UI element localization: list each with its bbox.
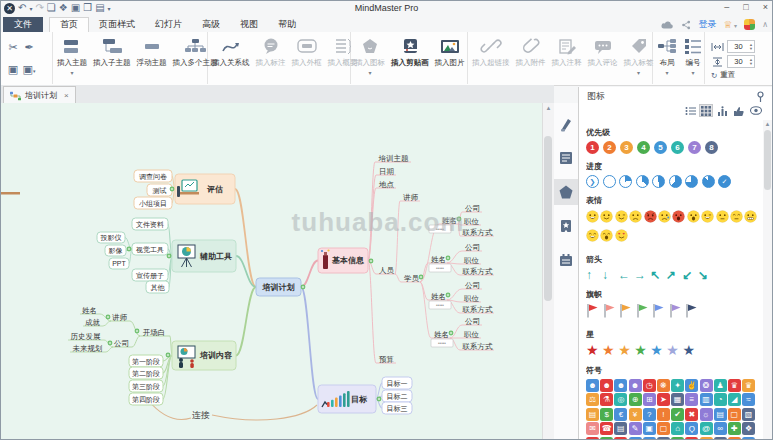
symbol-user-check-icon[interactable]: ☻ [614,379,627,392]
collapse-dot-icon[interactable] [449,331,454,336]
mindmap-node-n3c[interactable]: 联系方式 [462,305,494,314]
panel-scrollbar[interactable]: ▲ [763,120,772,440]
mindmap-node-f3[interactable]: 宣传册子 [132,269,168,281]
symbol-user-icon[interactable]: ☻ [586,379,599,392]
symbol-stop-icon[interactable]: ■ [629,437,642,440]
floating-topic-button[interactable]: 浮动主题 [134,36,170,68]
emoji-icon-1[interactable] [600,209,613,227]
mindmap-node-n2[interactable]: 姓名 [431,255,446,264]
star-icon-1[interactable]: ★ [602,343,615,358]
panel-tab-clipart[interactable] [554,213,578,239]
mindmap-node-p1[interactable]: 讲师 [403,193,419,202]
format-painter-icon[interactable]: ✒ [24,41,33,54]
paste-icon[interactable]: ▣▾ [23,63,36,76]
symbol-phone-icon[interactable]: ☎ [600,422,613,435]
mindmap-node-g2[interactable]: 目标二 [382,390,412,402]
flag-icon-6[interactable] [685,303,697,322]
collapse-ribbon-icon[interactable]: ∧ [762,20,768,29]
progress-icon-8[interactable]: ✓ [718,175,731,188]
insert-tag-dropdown-icon[interactable]: ▾ [637,69,640,76]
emoji-icon-14[interactable]: ♥♥ [615,228,628,246]
progress-icon-1[interactable] [603,175,616,188]
insert-callout-button[interactable]: 插入标注 [253,36,289,68]
mindmap-node-c[interactable]: 培训计划 [256,278,301,296]
insert-boundary-button[interactable]: 插入外框 [289,36,325,68]
progress-icon-2[interactable] [619,175,632,188]
insert-icon-dropdown-icon[interactable]: ▾ [368,69,371,76]
mindmap-node-n2b[interactable]: 职位 [464,256,480,265]
symbol-question-icon[interactable]: ? [643,408,656,421]
collapse-dot-icon[interactable] [127,247,132,252]
flag-icon-5[interactable] [669,303,681,322]
community-pinwheel-icon[interactable] [744,19,755,30]
arrow-↓-icon[interactable]: ↓ [602,268,616,282]
mindmap-node-f4[interactable]: 其他 [146,281,169,293]
emoji-icon-12[interactable] [586,228,599,246]
ribbon-tab-帮助[interactable]: 帮助 [268,17,306,32]
ribbon-tab-幻灯片[interactable]: 幻灯片 [145,17,192,32]
mindmap-canvas[interactable]: 连接培训计划评估调查问卷测试小组项目辅助工具文件资料视觉工具投影仪影像PPT宣传… [1,103,542,440]
symbol-grid-icon[interactable]: ❖ [742,422,755,435]
insert-topic-dropdown-icon[interactable]: ▾ [70,69,73,76]
panel-tab-style[interactable] [554,111,578,137]
ribbon-tab-视图[interactable]: 视图 [230,17,268,32]
mindmap-node-n4[interactable]: 姓名 [434,330,449,339]
mindmap-node-f2[interactable]: 视觉工具 [132,243,168,255]
collapse-dot-icon[interactable] [108,341,113,346]
visibility-icon[interactable] [749,104,763,117]
emoji-icon-6[interactable] [672,209,685,227]
insert-relationship-button[interactable]: 插入关系线 [209,36,253,68]
symbol-bulb-icon[interactable]: ☼ [700,408,713,421]
arrow-↖-icon[interactable]: ↖ [650,268,664,282]
mindmap-node-n1a[interactable]: 公司 [465,204,480,213]
symbol-rocket-icon[interactable]: ➤ [657,393,670,406]
mindmap-node-s1[interactable]: 第一阶段 [129,355,163,367]
insert-clipart-button[interactable]: 插入剪贴画 [388,36,432,68]
star-icon-2[interactable]: ★ [618,343,631,358]
symbol-kettlebell-icon[interactable]: ♟ [714,379,727,392]
cut-icon[interactable]: ✂ [8,41,17,54]
emoji-icon-11[interactable] [744,209,757,227]
collapse-dot-icon[interactable] [446,293,451,298]
collapse-dot-icon[interactable] [377,397,382,402]
insert-attachment-button[interactable]: 插入附件 [513,36,549,68]
mindmap-node-b3[interactable]: 地点 [378,180,395,189]
mindmap-node-b2[interactable]: 日期 [379,167,394,176]
emoji-icon-2[interactable] [615,209,628,227]
symbol-medal-icon[interactable]: ❂ [700,379,713,392]
progress-icon-4[interactable] [652,175,665,188]
collapse-dot-icon[interactable] [301,285,306,290]
login-link[interactable]: 登录 [698,18,716,31]
mindmap-node-f2b[interactable]: 影像 [105,245,126,256]
star-icon-3[interactable]: ★ [634,343,647,358]
arrow-↗-icon[interactable]: ↗ [666,268,680,282]
symbol-unlock-icon[interactable]: ▢ [657,422,670,435]
star-icon-4[interactable]: ★ [650,343,663,358]
minimize-button[interactable]: – [724,1,729,14]
document-tab-close-icon[interactable]: × [64,91,69,100]
mindmap-node-n2c[interactable]: 联系方式 [462,267,494,276]
symbol-bar-chart-icon[interactable]: ▥ [700,393,713,406]
star-icon-5[interactable]: ★ [666,343,679,358]
list-view-icon[interactable] [683,104,697,117]
symbol-yen-icon[interactable]: ¥ [629,408,642,421]
progress-icon-0[interactable]: ❯ [586,175,599,188]
mindmap-node-q2[interactable]: 测试 [147,184,172,196]
symbol-lock-icon[interactable]: ▣ [643,422,656,435]
symbol-cart-icon[interactable]: ⊞ [643,393,656,406]
mindmap-node-q3[interactable]: 小组项目 [134,197,172,209]
mindmap-node-g1[interactable]: 目标一 [382,377,412,389]
canvas-scroll-thumb[interactable] [544,136,552,301]
collapse-dot-icon[interactable] [369,259,374,264]
arrow-↘-icon[interactable]: ↘ [698,268,712,282]
mindmap-node-b1[interactable]: 培训主题 [378,154,410,163]
collapse-dot-icon[interactable] [106,315,111,320]
priority-2-icon[interactable]: 2 [603,141,616,154]
panel-tab-outline[interactable] [554,145,578,171]
grid-view-icon[interactable] [699,104,713,117]
symbol-sun-icon[interactable]: ☀ [728,437,741,440]
collapse-dot-icon[interactable] [170,187,175,192]
symbol-plus-icon[interactable]: ✚ [728,422,741,435]
symbol-document-icon[interactable]: ▤ [614,422,627,435]
copy-icon[interactable]: ▣ [8,63,18,76]
